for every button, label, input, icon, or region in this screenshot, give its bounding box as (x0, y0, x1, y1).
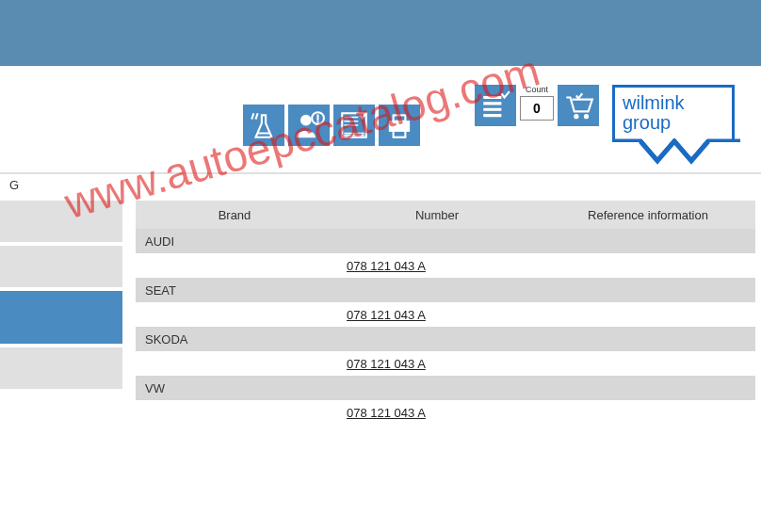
header-bar (0, 0, 761, 66)
th-ref: Reference information (541, 208, 755, 222)
toolbar-icon-group: ! (243, 105, 420, 146)
brand-cell: VW (145, 381, 165, 395)
count-box: Count 0 (520, 85, 554, 121)
th-number: Number (333, 208, 541, 222)
table-row: 078 121 043 A (136, 253, 755, 278)
sidebar-item[interactable] (0, 347, 122, 393)
cart-group: Count 0 wilmink group (475, 85, 735, 165)
logo-line1: wilmink (623, 92, 685, 113)
sidebar-item[interactable] (0, 201, 122, 246)
cart-icon[interactable] (558, 85, 599, 126)
brand-row: SKODA (136, 327, 755, 351)
brand-row: SEAT (136, 278, 755, 302)
logo-box: wilmink group (612, 85, 735, 165)
part-number-link[interactable]: 078 121 043 A (347, 259, 426, 273)
sidebar-item[interactable] (0, 246, 122, 291)
table-row: 078 121 043 A (136, 351, 755, 376)
part-number-link[interactable]: 078 121 043 A (347, 308, 426, 322)
svg-text:!: ! (316, 112, 319, 123)
svg-point-8 (584, 115, 588, 119)
count-label: Count (526, 85, 548, 94)
brand-cell: SEAT (145, 283, 176, 298)
count-value: 0 (520, 96, 554, 121)
svg-rect-5 (394, 115, 406, 121)
print-icon[interactable] (379, 105, 420, 146)
part-number-link[interactable]: 078 121 043 A (347, 406, 426, 420)
table-row: 078 121 043 A (136, 400, 755, 425)
toolbar: ! Count 0 wilmink group (0, 66, 761, 174)
svg-point-7 (575, 115, 578, 119)
brand-row: VW (136, 376, 755, 400)
table-row: 078 121 043 A (136, 302, 755, 327)
sub-letter: G (9, 178, 19, 192)
logo-zigzag-icon (612, 138, 740, 165)
part-number-link[interactable]: 078 121 043 A (347, 357, 426, 371)
sidebar-item-active[interactable] (0, 291, 122, 347)
list-check-icon[interactable] (475, 85, 516, 126)
table-header: Brand Number Reference information (136, 201, 755, 229)
th-brand: Brand (136, 208, 333, 222)
person-alert-icon[interactable]: ! (288, 105, 330, 146)
svg-point-0 (301, 115, 312, 125)
chemistry-icon[interactable] (243, 105, 284, 146)
main-table: Brand Number Reference information AUDI … (122, 201, 761, 425)
brand-cell: SKODA (145, 332, 188, 347)
sub-row: G (0, 174, 761, 201)
logo-line2: group (623, 112, 671, 133)
checklist-icon[interactable] (333, 105, 375, 146)
brand-row: AUDI (136, 229, 755, 253)
content: Brand Number Reference information AUDI … (0, 201, 761, 425)
logo-text: wilmink group (615, 88, 732, 138)
brand-cell: AUDI (145, 234, 174, 249)
sidebar (0, 201, 122, 425)
